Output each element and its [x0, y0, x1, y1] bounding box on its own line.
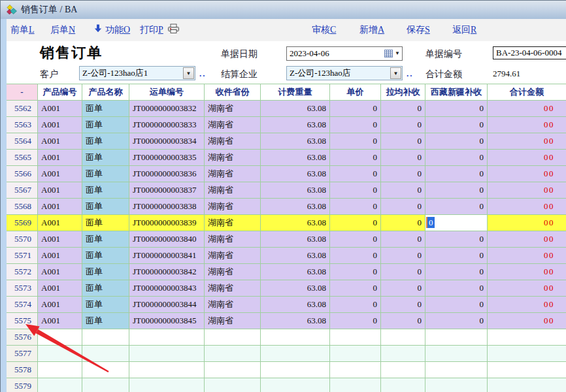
cell-price[interactable]: 0 — [330, 297, 381, 312]
audit-button[interactable]: 审核C — [312, 24, 336, 36]
cell-province[interactable]: 湖南省 — [205, 264, 261, 280]
cell-xz[interactable]: 0 — [425, 280, 488, 296]
cell-no[interactable]: 5564 — [7, 133, 38, 149]
col-header-province[interactable]: 收件省份 — [205, 84, 261, 100]
cell-code[interactable] — [38, 329, 82, 345]
cell-name[interactable]: 面单 — [82, 313, 129, 329]
cell-code[interactable] — [38, 378, 82, 392]
cell-name[interactable] — [82, 362, 129, 378]
calendar-dropdown-button[interactable]: ▼ — [378, 48, 401, 59]
table-row[interactable]: 5571A001面单JT0000000003841湖南省63.0800000 — [7, 248, 566, 264]
cell-name[interactable]: 面单 — [82, 166, 129, 182]
cell-no[interactable]: 5574 — [7, 297, 38, 312]
cell-name[interactable]: 面单 — [82, 215, 129, 231]
cell-no[interactable]: 5572 — [7, 264, 38, 280]
cell-code[interactable]: A001 — [38, 133, 82, 149]
cell-province[interactable]: 湖南省 — [205, 297, 261, 312]
cell-la[interactable] — [381, 362, 425, 378]
table-row-empty[interactable]: 5579 — [7, 378, 566, 392]
cell-xz[interactable]: 0 — [425, 297, 488, 312]
col-header-price[interactable]: 单价 — [330, 84, 381, 100]
cell-la[interactable]: 0 — [381, 297, 425, 312]
prev-doc-button[interactable]: 前单L — [10, 24, 35, 36]
cell-weight[interactable]: 63.08 — [261, 101, 330, 116]
cell-weight[interactable]: 63.08 — [261, 280, 330, 296]
cell-no[interactable]: 5579 — [7, 378, 38, 392]
cell-waybill[interactable]: JT0000000003845 — [129, 313, 205, 329]
table-row-empty[interactable]: 5578 — [7, 362, 566, 378]
cell-price[interactable] — [330, 378, 381, 392]
cell-price[interactable] — [330, 346, 381, 361]
chevron-down-icon[interactable]: ▼ — [390, 67, 401, 79]
table-row[interactable]: 5572A001面单JT0000000003842湖南省63.0800000 — [7, 264, 566, 280]
table-row[interactable]: 5562A001面单JT0000000003832湖南省63.0800000 — [7, 101, 566, 117]
cell-code[interactable] — [38, 362, 82, 378]
table-row[interactable]: 5566A001面单JT0000000003836湖南省63.0800000 — [7, 166, 566, 182]
cell-weight[interactable]: 63.08 — [261, 313, 330, 329]
cell-waybill[interactable]: JT0000000003840 — [129, 231, 205, 247]
cell-la[interactable] — [381, 378, 425, 392]
cell-price[interactable]: 0 — [330, 133, 381, 149]
cell-weight[interactable]: 63.08 — [261, 248, 330, 263]
cell-province[interactable] — [205, 378, 261, 392]
cell-weight[interactable] — [261, 346, 330, 361]
cell-price[interactable]: 0 — [330, 166, 381, 182]
cell-la[interactable]: 0 — [381, 248, 425, 263]
save-button[interactable]: 保存S — [407, 24, 430, 36]
table-row[interactable]: 5563A001面单JT0000000003833湖南省63.0800000 — [7, 117, 566, 133]
cell-waybill[interactable]: JT0000000003842 — [129, 264, 205, 280]
cell-weight[interactable]: 63.08 — [261, 215, 330, 231]
cell-province[interactable]: 湖南省 — [205, 231, 261, 247]
table-row-active[interactable]: 5569A001面单JT0000000003839湖南省63.0800000 — [7, 215, 566, 231]
cell-price[interactable]: 0 — [330, 101, 381, 116]
cell-price[interactable] — [330, 362, 381, 378]
cell-no[interactable]: 5575 — [7, 313, 38, 329]
cell-no[interactable]: 5577 — [7, 346, 38, 361]
cell-province[interactable] — [205, 362, 261, 378]
cell-price[interactable]: 0 — [330, 231, 381, 247]
cell-waybill[interactable]: JT0000000003838 — [129, 199, 205, 214]
cell-province[interactable]: 湖南省 — [205, 248, 261, 263]
cell-province[interactable]: 湖南省 — [205, 182, 261, 198]
cell-la[interactable]: 0 — [381, 101, 425, 116]
cell-code[interactable]: A001 — [38, 297, 82, 312]
cell-name[interactable]: 面单 — [82, 248, 129, 263]
col-header-surcharge1[interactable]: 拉均补收 — [381, 84, 425, 100]
cell-la[interactable]: 0 — [381, 150, 425, 165]
cell-xz[interactable] — [425, 329, 488, 345]
cell-xz[interactable]: 0 — [425, 101, 488, 116]
cell-weight[interactable]: 63.08 — [261, 133, 330, 149]
cell-name[interactable]: 面单 — [82, 150, 129, 165]
cell-weight[interactable] — [261, 329, 330, 345]
table-row[interactable]: 5564A001面单JT0000000003834湖南省63.0800000 — [7, 133, 566, 150]
cell-name[interactable]: 面单 — [82, 280, 129, 296]
cell-no[interactable]: 5578 — [7, 362, 38, 378]
cell-province[interactable]: 湖南省 — [205, 199, 261, 214]
cell-waybill[interactable]: JT0000000003835 — [129, 150, 205, 165]
cell-la[interactable]: 0 — [381, 117, 425, 133]
cell-name[interactable]: 面单 — [82, 101, 129, 116]
cell-code[interactable]: A001 — [38, 280, 82, 296]
cell-waybill[interactable]: JT0000000003843 — [129, 280, 205, 296]
cell-weight[interactable]: 63.08 — [261, 117, 330, 133]
print-button[interactable]: 打印P — [140, 24, 163, 36]
cell-weight[interactable]: 63.08 — [261, 297, 330, 312]
cell-province[interactable]: 湖南省 — [205, 313, 261, 329]
return-button[interactable]: 返回R — [452, 24, 476, 36]
cell-la[interactable]: 0 — [381, 231, 425, 247]
edit-cell[interactable]: 0 — [425, 215, 488, 231]
cell-la[interactable]: 0 — [381, 313, 425, 329]
table-row[interactable]: 5573A001面单JT0000000003843湖南省63.0800000 — [7, 280, 566, 297]
edit-selection[interactable]: 0 — [427, 217, 435, 228]
cell-name[interactable] — [82, 329, 129, 345]
cell-price[interactable]: 0 — [330, 199, 381, 214]
cell-name[interactable] — [82, 378, 129, 392]
cell-name[interactable]: 面单 — [82, 231, 129, 247]
cell-no[interactable]: 5563 — [7, 117, 38, 133]
cell-price[interactable]: 0 — [330, 117, 381, 133]
cell-province[interactable]: 湖南省 — [205, 150, 261, 165]
cell-xz[interactable]: 0 — [425, 182, 488, 198]
cell-waybill[interactable]: JT0000000003833 — [129, 117, 205, 133]
table-row-empty[interactable]: 5576 — [7, 329, 566, 346]
cell-xz[interactable]: 0 — [425, 166, 488, 182]
